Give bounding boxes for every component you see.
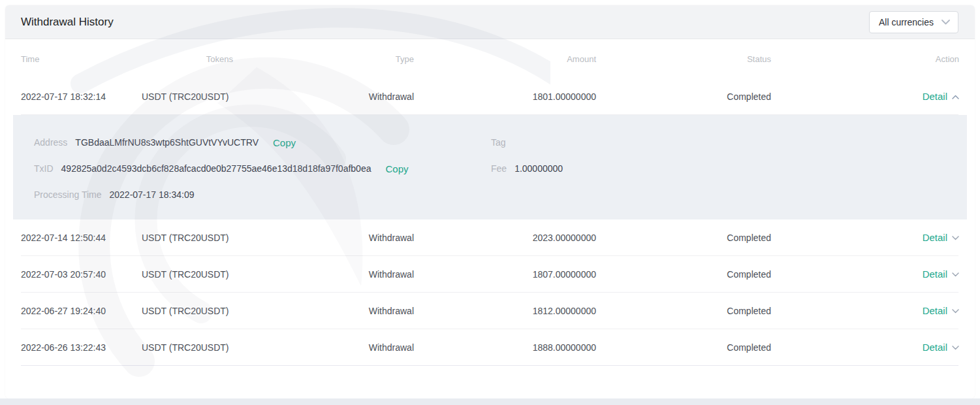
- fee-label: Fee: [491, 163, 507, 174]
- table-header-row: Time Tokens Type Amount Status Action: [21, 39, 958, 78]
- column-header-tokens: Tokens: [142, 54, 233, 64]
- detail-link-label: Detail: [923, 232, 947, 243]
- cell-type: Withdrawal: [233, 91, 414, 102]
- detail-link-label: Detail: [923, 91, 947, 102]
- cell-amount: 1807.00000000: [414, 269, 596, 280]
- cell-time: 2022-07-03 20:57:40: [21, 269, 142, 280]
- withdrawal-history-page: Withdrawal History All currencies Time T…: [0, 0, 980, 405]
- cell-tokens: USDT (TRC20USDT): [142, 269, 233, 280]
- processing-time-value: 2022-07-17 18:34:09: [109, 189, 194, 200]
- cell-tokens: USDT (TRC20USDT): [142, 306, 233, 316]
- txid-label: TxID: [34, 163, 54, 174]
- processing-time-label: Processing Time: [34, 189, 101, 200]
- detail-link-label: Detail: [923, 268, 947, 280]
- currency-filter-dropdown[interactable]: All currencies: [869, 11, 958, 33]
- chevron-down-icon: [952, 344, 959, 350]
- cell-time: 2022-07-17 18:32:14: [21, 91, 142, 102]
- table-row: 2022-07-14 12:50:44 USDT (TRC20USDT) Wit…: [21, 219, 958, 256]
- cell-time: 2022-06-26 13:22:43: [21, 342, 142, 353]
- cell-tokens: USDT (TRC20USDT): [142, 91, 233, 102]
- page-title: Withdrawal History: [21, 16, 114, 29]
- chevron-down-icon: [952, 271, 959, 277]
- copy-txid-button[interactable]: Copy: [385, 163, 408, 174]
- address-value: TGBdaaLMfrNU8s3wtp6ShtGUVtVYvUCTRV: [75, 137, 259, 148]
- cell-amount: 1888.00000000: [414, 342, 596, 353]
- cell-status: Completed: [596, 342, 771, 353]
- fee-value: 1.00000000: [514, 163, 563, 174]
- cell-status: Completed: [596, 91, 771, 102]
- card-header: Withdrawal History All currencies: [5, 5, 975, 39]
- detail-link[interactable]: Detail: [923, 305, 959, 316]
- detail-link-label: Detail: [923, 305, 947, 316]
- cell-type: Withdrawal: [233, 233, 414, 243]
- cell-type: Withdrawal: [233, 306, 414, 316]
- address-label: Address: [34, 137, 67, 148]
- detail-link-label: Detail: [923, 342, 947, 353]
- detail-link[interactable]: Detail: [923, 342, 959, 353]
- cell-time: 2022-06-27 19:24:40: [21, 306, 142, 316]
- cell-amount: 1812.00000000: [414, 306, 596, 316]
- tag-label: Tag: [491, 137, 506, 148]
- table-row: 2022-07-17 18:32:14 USDT (TRC20USDT) Wit…: [21, 78, 958, 115]
- column-header-type: Type: [233, 54, 414, 64]
- column-header-action: Action: [771, 54, 959, 64]
- withdrawal-detail-panel: Address TGBdaaLMfrNU8s3wtp6ShtGUVtVYvUCT…: [13, 115, 967, 219]
- copy-address-button[interactable]: Copy: [273, 137, 296, 148]
- cell-type: Withdrawal: [233, 269, 414, 280]
- column-header-status: Status: [596, 54, 771, 64]
- chevron-down-icon: [952, 235, 959, 240]
- chevron-down-icon: [941, 20, 950, 25]
- chevron-down-icon: [952, 308, 959, 314]
- table-row: 2022-07-03 20:57:40 USDT (TRC20USDT) Wit…: [21, 256, 958, 293]
- cell-status: Completed: [596, 269, 771, 280]
- cell-status: Completed: [596, 233, 771, 243]
- cell-status: Completed: [596, 306, 771, 316]
- detail-link[interactable]: Detail: [923, 232, 959, 243]
- table-row: 2022-06-27 19:24:40 USDT (TRC20USDT) Wit…: [21, 293, 958, 329]
- withdrawal-table: Time Tokens Type Amount Status Action 20…: [5, 39, 975, 366]
- column-header-time: Time: [21, 54, 142, 64]
- cell-tokens: USDT (TRC20USDT): [142, 342, 233, 353]
- column-header-amount: Amount: [414, 54, 596, 64]
- chevron-up-icon: [952, 93, 959, 99]
- cell-time: 2022-07-14 12:50:44: [21, 233, 142, 243]
- txid-value: 492825a0d2c4593dcb6cf828afcacd0e0b27755a…: [61, 163, 371, 174]
- currency-filter-value: All currencies: [879, 17, 934, 27]
- detail-link[interactable]: Detail: [923, 268, 959, 280]
- cell-amount: 2023.00000000: [414, 233, 596, 243]
- table-row: 2022-06-26 13:22:43 USDT (TRC20USDT) Wit…: [21, 329, 958, 366]
- cell-type: Withdrawal: [233, 342, 414, 353]
- withdrawal-history-card: Withdrawal History All currencies Time T…: [5, 5, 975, 398]
- page-background-strip: [0, 398, 980, 405]
- cell-tokens: USDT (TRC20USDT): [142, 233, 233, 243]
- cell-amount: 1801.00000000: [414, 91, 596, 102]
- detail-link[interactable]: Detail: [923, 91, 959, 102]
